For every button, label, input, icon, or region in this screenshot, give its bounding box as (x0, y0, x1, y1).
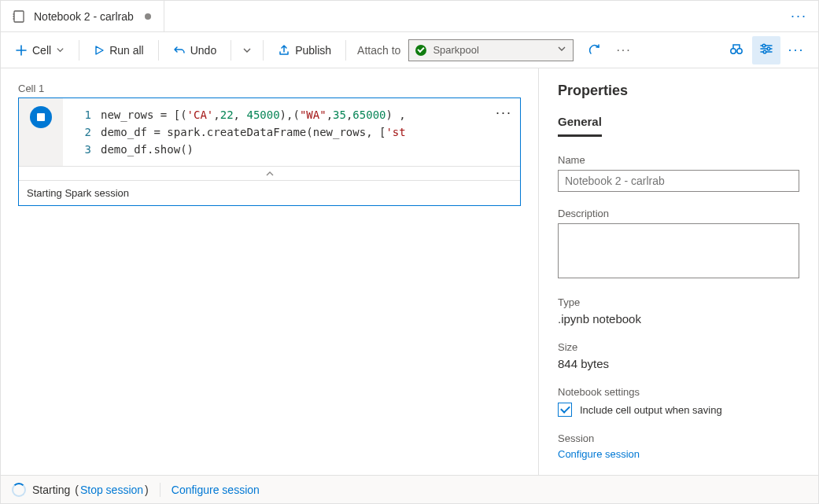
divider (345, 40, 346, 61)
add-cell-button[interactable]: Cell (9, 41, 71, 60)
name-input[interactable] (558, 170, 799, 192)
cell-collapse-toggle[interactable] (19, 166, 520, 180)
chevron-down-icon (56, 46, 65, 54)
tab-overflow-button[interactable]: ··· (780, 8, 818, 24)
description-label: Description (558, 208, 799, 219)
session-label: Session (558, 432, 799, 444)
notebook-tab[interactable]: Notebook 2 - carlrab (1, 1, 164, 31)
divider (231, 40, 231, 61)
paren: ( (75, 484, 79, 496)
line-numbers: 123 (63, 98, 101, 166)
chevron-down-icon (242, 46, 252, 55)
ellipsis-icon: ··· (788, 42, 804, 58)
cell-status: Starting Spark session (19, 180, 520, 205)
session-state: Starting (32, 484, 70, 496)
description-input[interactable] (558, 223, 799, 278)
type-value: .ipynb notebook (558, 312, 799, 326)
play-icon (94, 45, 105, 56)
variables-icon (729, 41, 744, 59)
notebook-settings-label: Notebook settings (558, 386, 799, 398)
attach-to-select[interactable]: Sparkpool (408, 39, 574, 61)
more-dropdown[interactable] (239, 42, 255, 58)
properties-toggle-button[interactable] (752, 36, 780, 64)
divider (158, 40, 159, 61)
svg-rect-0 (14, 11, 24, 22)
chevron-down-icon (557, 44, 566, 56)
refresh-button[interactable] (581, 40, 608, 61)
name-label: Name (558, 154, 799, 166)
svg-point-8 (763, 50, 766, 53)
spinner-icon (12, 483, 26, 497)
add-cell-label: Cell (32, 44, 51, 57)
cell-more-button[interactable]: ··· (496, 105, 512, 121)
stop-session-link[interactable]: Stop session (80, 484, 143, 496)
publish-icon (278, 44, 290, 57)
unsaved-indicator-icon (145, 13, 151, 20)
svg-point-4 (731, 49, 736, 53)
svg-point-7 (767, 47, 770, 50)
run-all-label: Run all (109, 44, 144, 57)
configure-session-link[interactable]: Configure session (172, 484, 260, 496)
size-value: 844 bytes (558, 357, 799, 370)
code-editor[interactable]: new_rows = [('CA',22, 45000),("WA",35,65… (101, 98, 520, 166)
publish-label: Publish (295, 44, 331, 57)
attach-target: Sparkpool (433, 44, 479, 56)
configure-session-link[interactable]: Configure session (558, 448, 799, 460)
size-label: Size (558, 341, 799, 353)
refresh-icon (588, 43, 602, 57)
paren: ) (145, 484, 149, 496)
notebook-icon (12, 9, 26, 24)
settings-sliders-icon (759, 42, 773, 58)
cell-label: Cell 1 (18, 83, 521, 94)
attach-to-label: Attach to (354, 44, 405, 57)
divider (263, 40, 264, 61)
publish-button[interactable]: Publish (271, 41, 338, 60)
svg-point-5 (737, 49, 742, 53)
include-output-checkbox[interactable] (558, 403, 572, 417)
tab-title: Notebook 2 - carlrab (34, 10, 134, 23)
plus-icon (15, 44, 28, 57)
tab-general[interactable]: General (558, 115, 602, 137)
code-cell[interactable]: 123 new_rows = [('CA',22, 45000),("WA",3… (18, 97, 521, 206)
cell-gutter (19, 98, 63, 166)
variables-button[interactable] (722, 36, 751, 64)
chevron-up-icon (265, 170, 275, 178)
properties-overflow-button[interactable]: ··· (782, 36, 810, 64)
svg-point-6 (762, 44, 766, 47)
include-output-label: Include cell output when saving (580, 404, 722, 416)
stop-icon (37, 113, 45, 121)
cell-stop-button[interactable] (30, 106, 52, 128)
editor-area: Cell 1 123 new_rows = [('CA',22, 45000),… (1, 68, 538, 475)
type-label: Type (558, 296, 799, 308)
toolbar-overflow-button[interactable]: ··· (611, 40, 636, 61)
undo-button[interactable]: Undo (167, 41, 223, 60)
status-ok-icon (415, 45, 426, 56)
properties-panel: Properties General Name Description Type… (538, 68, 818, 475)
divider (79, 40, 79, 61)
status-bar: Starting ( Stop session ) Configure sess… (1, 475, 818, 503)
properties-heading: Properties (558, 83, 799, 99)
run-all-button[interactable]: Run all (87, 41, 150, 60)
undo-label: Undo (190, 44, 216, 57)
undo-icon (173, 44, 186, 57)
divider (160, 483, 160, 497)
